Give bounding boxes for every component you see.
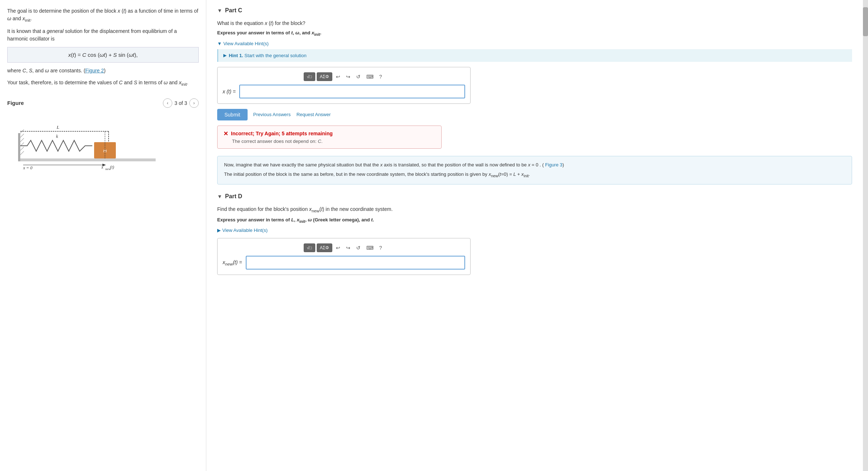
part-d-hint-arrow: ▶ xyxy=(217,228,221,233)
sqrt-button-c[interactable]: √□ xyxy=(304,72,315,81)
undo-button-d[interactable]: ↩ xyxy=(334,243,342,252)
part-c-error-box: ✕ Incorrect; Try Again; 5 attempts remai… xyxy=(217,126,442,149)
part-c-answer-input[interactable] xyxy=(239,85,465,98)
hint-toggle-arrow: ▼ xyxy=(217,41,222,46)
help-button-d[interactable]: ? xyxy=(377,243,384,252)
scrollbar-thumb[interactable] xyxy=(863,7,868,36)
redo-button-d[interactable]: ↪ xyxy=(344,243,353,252)
hint1-text: Start with the general solution xyxy=(244,53,306,58)
keyboard-button-c[interactable]: ⌨ xyxy=(364,72,376,81)
part-d-answer-label: Express your answer in terms of L, xinit… xyxy=(217,217,852,224)
sqrt-button-d[interactable]: √□ xyxy=(304,243,315,252)
part-c-submit-button[interactable]: Submit xyxy=(217,109,248,120)
part-c-math-label: x (t) = xyxy=(223,89,236,94)
left-panel: The goal is to determine the position of… xyxy=(0,0,206,471)
part-c-hint-section: ▼ View Available Hint(s) ▶ Hint 1. Start… xyxy=(217,41,852,62)
svg-line-6 xyxy=(20,147,24,150)
figure2-link[interactable]: Figure 2 xyxy=(85,68,104,73)
formula-display: x(t) = C cos (ωt) + S sin (ωt), xyxy=(7,47,199,63)
part-c-header: ▼ Part C xyxy=(217,7,852,14)
figure-canvas: L m x = 0 x new (t) xyxy=(7,111,199,184)
figure-next-button[interactable]: › xyxy=(189,98,199,108)
part-d-collapse-arrow[interactable]: ▼ xyxy=(217,194,222,199)
figure-section: Figure ‹ 3 of 3 › xyxy=(7,98,199,184)
svg-rect-1 xyxy=(18,133,20,161)
greek-button-c[interactable]: ΑΣΦ xyxy=(317,72,332,81)
request-answer-link[interactable]: Request Answer xyxy=(296,112,331,117)
svg-text:L: L xyxy=(56,124,59,130)
part-c-collapse-arrow[interactable]: ▼ xyxy=(217,8,222,13)
right-panel: ▼ Part C What is the equation x (t) for … xyxy=(206,0,863,471)
svg-text:x: x xyxy=(101,165,104,170)
part-c-toolbar: √□ ΑΣΦ ↩ ↪ ↺ ⌨ ? xyxy=(223,72,465,81)
svg-text:(t): (t) xyxy=(110,165,114,170)
info-text-2: The initial position of the block is the… xyxy=(224,171,845,179)
help-button-c[interactable]: ? xyxy=(377,72,384,81)
figure-svg: L m x = 0 x new (t) xyxy=(7,111,159,180)
transition-info-box: Now, imagine that we have exactly the sa… xyxy=(217,156,852,185)
part-c-answer-label: Express your answer in terms of t, ω, an… xyxy=(217,30,852,37)
part-d-hint-label: View Available Hint(s) xyxy=(222,228,267,233)
part-d-math-row: xnew(t) = xyxy=(223,256,465,270)
part-d-label: Part D xyxy=(225,193,242,200)
scrollbar[interactable] xyxy=(863,0,868,471)
svg-text:x = 0: x = 0 xyxy=(23,165,32,170)
error-detail: The correct answer does not depend on: C… xyxy=(223,139,435,144)
svg-line-4 xyxy=(20,138,24,142)
part-c-input-area: √□ ΑΣΦ ↩ ↪ ↺ ⌨ ? x (t) = xyxy=(217,67,471,104)
task-note: Your task, therefore, is to determine th… xyxy=(7,79,199,87)
hint1-bold: Hint 1. xyxy=(229,53,243,58)
part-d-header: ▼ Part D xyxy=(217,193,852,200)
intro-text-2: It is known that a general solution for … xyxy=(7,27,199,43)
hint1-arrow[interactable]: ▶ xyxy=(223,53,227,58)
svg-line-7 xyxy=(20,151,24,155)
error-header: ✕ Incorrect; Try Again; 5 attempts remai… xyxy=(223,130,435,137)
part-c-question: What is the equation x (t) for the block… xyxy=(217,20,852,27)
error-title: Incorrect; Try Again; 5 attempts remaini… xyxy=(231,131,333,136)
constants-note: where C, S, and ω are constants. (Figure… xyxy=(7,67,199,75)
figure-header: Figure ‹ 3 of 3 › xyxy=(7,98,199,108)
figure-title: Figure xyxy=(7,100,24,106)
part-d-question: Find the equation for the block's positi… xyxy=(217,205,852,214)
hint1-label: Hint 1. Start with the general solution xyxy=(229,53,307,58)
previous-answers-link[interactable]: Previous Answers xyxy=(253,112,291,117)
error-icon: ✕ xyxy=(223,130,228,137)
refresh-button-d[interactable]: ↺ xyxy=(354,243,363,252)
part-c-hint-box: ▶ Hint 1. Start with the general solutio… xyxy=(217,49,852,62)
part-d-math-label: xnew(t) = xyxy=(223,259,242,266)
intro-text-1: The goal is to determine the position of… xyxy=(7,7,199,23)
part-d-answer-input[interactable] xyxy=(246,256,465,270)
undo-button-c[interactable]: ↩ xyxy=(334,72,342,81)
figure-nav: ‹ 3 of 3 › xyxy=(163,98,199,108)
part-c-hint-toggle[interactable]: ▼ View Available Hint(s) xyxy=(217,41,852,46)
figure-page: 3 of 3 xyxy=(174,100,187,106)
part-d-hint-section: ▶ View Available Hint(s) xyxy=(217,228,852,233)
redo-button-c[interactable]: ↪ xyxy=(344,72,353,81)
refresh-button-c[interactable]: ↺ xyxy=(354,72,363,81)
part-c-action-row: Submit Previous Answers Request Answer xyxy=(217,109,852,120)
hint-toggle-label: View Available Hint(s) xyxy=(223,41,269,46)
svg-rect-0 xyxy=(18,158,156,161)
figure3-link[interactable]: Figure 3 xyxy=(545,162,562,167)
svg-line-3 xyxy=(20,134,24,137)
greek-button-d[interactable]: ΑΣΦ xyxy=(317,243,332,252)
part-c-label: Part C xyxy=(225,7,242,14)
svg-text:k: k xyxy=(56,134,58,139)
part-c-math-row: x (t) = xyxy=(223,85,465,98)
keyboard-button-d[interactable]: ⌨ xyxy=(364,243,376,252)
figure-prev-button[interactable]: ‹ xyxy=(163,98,172,108)
part-d-toolbar: √□ ΑΣΦ ↩ ↪ ↺ ⌨ ? xyxy=(223,243,465,252)
hint-box-inner: ▶ Hint 1. Start with the general solutio… xyxy=(223,53,847,58)
info-text-1: Now, imagine that we have exactly the sa… xyxy=(224,161,845,169)
part-d-input-area: √□ ΑΣΦ ↩ ↪ ↺ ⌨ ? xnew(t) = xyxy=(217,238,471,275)
part-d-hint-toggle[interactable]: ▶ View Available Hint(s) xyxy=(217,228,852,233)
